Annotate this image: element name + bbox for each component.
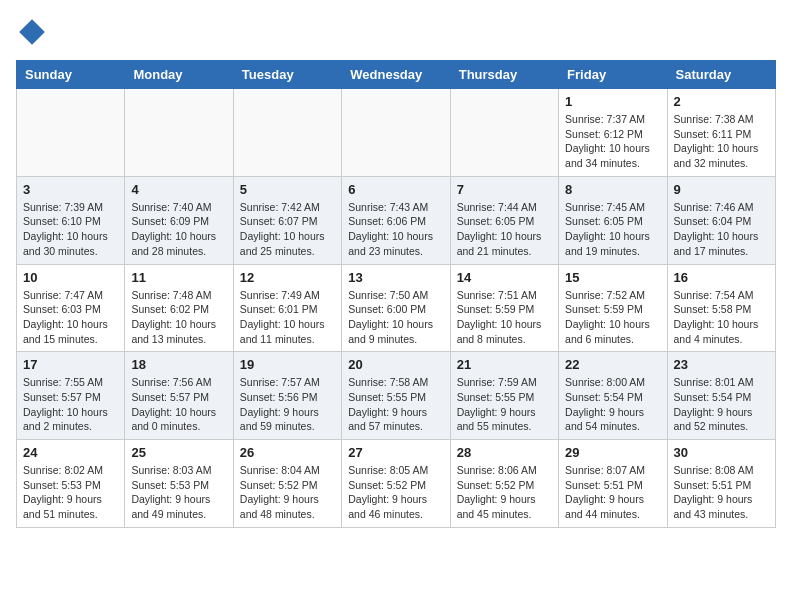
day-number: 11	[131, 270, 226, 285]
day-number: 14	[457, 270, 552, 285]
day-number: 9	[674, 182, 769, 197]
day-number: 30	[674, 445, 769, 460]
day-cell: 13Sunrise: 7:50 AM Sunset: 6:00 PM Dayli…	[342, 264, 450, 352]
day-number: 1	[565, 94, 660, 109]
day-info: Sunrise: 7:48 AM Sunset: 6:02 PM Dayligh…	[131, 288, 226, 347]
weekday-header-row: SundayMondayTuesdayWednesdayThursdayFrid…	[17, 61, 776, 89]
day-number: 25	[131, 445, 226, 460]
day-info: Sunrise: 7:57 AM Sunset: 5:56 PM Dayligh…	[240, 375, 335, 434]
week-row-2: 3Sunrise: 7:39 AM Sunset: 6:10 PM Daylig…	[17, 176, 776, 264]
day-number: 21	[457, 357, 552, 372]
day-info: Sunrise: 7:40 AM Sunset: 6:09 PM Dayligh…	[131, 200, 226, 259]
day-number: 12	[240, 270, 335, 285]
logo-icon	[16, 16, 48, 48]
week-row-3: 10Sunrise: 7:47 AM Sunset: 6:03 PM Dayli…	[17, 264, 776, 352]
day-info: Sunrise: 7:55 AM Sunset: 5:57 PM Dayligh…	[23, 375, 118, 434]
day-number: 16	[674, 270, 769, 285]
day-cell: 17Sunrise: 7:55 AM Sunset: 5:57 PM Dayli…	[17, 352, 125, 440]
day-cell: 30Sunrise: 8:08 AM Sunset: 5:51 PM Dayli…	[667, 440, 775, 528]
day-cell: 29Sunrise: 8:07 AM Sunset: 5:51 PM Dayli…	[559, 440, 667, 528]
day-cell: 11Sunrise: 7:48 AM Sunset: 6:02 PM Dayli…	[125, 264, 233, 352]
day-info: Sunrise: 7:47 AM Sunset: 6:03 PM Dayligh…	[23, 288, 118, 347]
day-number: 23	[674, 357, 769, 372]
day-cell: 14Sunrise: 7:51 AM Sunset: 5:59 PM Dayli…	[450, 264, 558, 352]
day-cell: 9Sunrise: 7:46 AM Sunset: 6:04 PM Daylig…	[667, 176, 775, 264]
day-info: Sunrise: 7:54 AM Sunset: 5:58 PM Dayligh…	[674, 288, 769, 347]
day-cell: 7Sunrise: 7:44 AM Sunset: 6:05 PM Daylig…	[450, 176, 558, 264]
day-number: 22	[565, 357, 660, 372]
day-info: Sunrise: 7:42 AM Sunset: 6:07 PM Dayligh…	[240, 200, 335, 259]
day-cell: 3Sunrise: 7:39 AM Sunset: 6:10 PM Daylig…	[17, 176, 125, 264]
day-number: 18	[131, 357, 226, 372]
day-info: Sunrise: 8:07 AM Sunset: 5:51 PM Dayligh…	[565, 463, 660, 522]
day-cell: 19Sunrise: 7:57 AM Sunset: 5:56 PM Dayli…	[233, 352, 341, 440]
day-info: Sunrise: 7:49 AM Sunset: 6:01 PM Dayligh…	[240, 288, 335, 347]
day-cell: 12Sunrise: 7:49 AM Sunset: 6:01 PM Dayli…	[233, 264, 341, 352]
day-number: 15	[565, 270, 660, 285]
day-info: Sunrise: 8:05 AM Sunset: 5:52 PM Dayligh…	[348, 463, 443, 522]
weekday-header-sunday: Sunday	[17, 61, 125, 89]
page-header	[16, 16, 776, 48]
day-number: 2	[674, 94, 769, 109]
day-info: Sunrise: 8:06 AM Sunset: 5:52 PM Dayligh…	[457, 463, 552, 522]
weekday-header-saturday: Saturday	[667, 61, 775, 89]
day-cell: 26Sunrise: 8:04 AM Sunset: 5:52 PM Dayli…	[233, 440, 341, 528]
day-number: 29	[565, 445, 660, 460]
day-cell: 18Sunrise: 7:56 AM Sunset: 5:57 PM Dayli…	[125, 352, 233, 440]
day-cell: 28Sunrise: 8:06 AM Sunset: 5:52 PM Dayli…	[450, 440, 558, 528]
day-cell: 2Sunrise: 7:38 AM Sunset: 6:11 PM Daylig…	[667, 89, 775, 177]
day-number: 24	[23, 445, 118, 460]
day-number: 6	[348, 182, 443, 197]
day-info: Sunrise: 7:50 AM Sunset: 6:00 PM Dayligh…	[348, 288, 443, 347]
day-info: Sunrise: 7:51 AM Sunset: 5:59 PM Dayligh…	[457, 288, 552, 347]
weekday-header-tuesday: Tuesday	[233, 61, 341, 89]
day-cell	[17, 89, 125, 177]
day-cell: 15Sunrise: 7:52 AM Sunset: 5:59 PM Dayli…	[559, 264, 667, 352]
svg-marker-0	[19, 19, 45, 45]
day-cell: 16Sunrise: 7:54 AM Sunset: 5:58 PM Dayli…	[667, 264, 775, 352]
day-number: 27	[348, 445, 443, 460]
day-info: Sunrise: 8:01 AM Sunset: 5:54 PM Dayligh…	[674, 375, 769, 434]
day-cell: 4Sunrise: 7:40 AM Sunset: 6:09 PM Daylig…	[125, 176, 233, 264]
day-info: Sunrise: 7:38 AM Sunset: 6:11 PM Dayligh…	[674, 112, 769, 171]
day-cell: 1Sunrise: 7:37 AM Sunset: 6:12 PM Daylig…	[559, 89, 667, 177]
day-info: Sunrise: 7:43 AM Sunset: 6:06 PM Dayligh…	[348, 200, 443, 259]
day-info: Sunrise: 8:00 AM Sunset: 5:54 PM Dayligh…	[565, 375, 660, 434]
day-cell: 22Sunrise: 8:00 AM Sunset: 5:54 PM Dayli…	[559, 352, 667, 440]
day-number: 20	[348, 357, 443, 372]
day-info: Sunrise: 7:39 AM Sunset: 6:10 PM Dayligh…	[23, 200, 118, 259]
day-info: Sunrise: 7:44 AM Sunset: 6:05 PM Dayligh…	[457, 200, 552, 259]
day-number: 19	[240, 357, 335, 372]
day-info: Sunrise: 8:03 AM Sunset: 5:53 PM Dayligh…	[131, 463, 226, 522]
logo	[16, 16, 52, 48]
day-info: Sunrise: 7:58 AM Sunset: 5:55 PM Dayligh…	[348, 375, 443, 434]
day-cell: 10Sunrise: 7:47 AM Sunset: 6:03 PM Dayli…	[17, 264, 125, 352]
day-cell	[342, 89, 450, 177]
weekday-header-wednesday: Wednesday	[342, 61, 450, 89]
day-cell: 5Sunrise: 7:42 AM Sunset: 6:07 PM Daylig…	[233, 176, 341, 264]
day-cell	[233, 89, 341, 177]
week-row-4: 17Sunrise: 7:55 AM Sunset: 5:57 PM Dayli…	[17, 352, 776, 440]
day-number: 13	[348, 270, 443, 285]
day-cell: 25Sunrise: 8:03 AM Sunset: 5:53 PM Dayli…	[125, 440, 233, 528]
day-info: Sunrise: 7:59 AM Sunset: 5:55 PM Dayligh…	[457, 375, 552, 434]
weekday-header-friday: Friday	[559, 61, 667, 89]
day-cell: 27Sunrise: 8:05 AM Sunset: 5:52 PM Dayli…	[342, 440, 450, 528]
day-number: 17	[23, 357, 118, 372]
day-number: 3	[23, 182, 118, 197]
day-cell: 20Sunrise: 7:58 AM Sunset: 5:55 PM Dayli…	[342, 352, 450, 440]
calendar-table: SundayMondayTuesdayWednesdayThursdayFrid…	[16, 60, 776, 528]
weekday-header-monday: Monday	[125, 61, 233, 89]
week-row-5: 24Sunrise: 8:02 AM Sunset: 5:53 PM Dayli…	[17, 440, 776, 528]
week-row-1: 1Sunrise: 7:37 AM Sunset: 6:12 PM Daylig…	[17, 89, 776, 177]
day-number: 28	[457, 445, 552, 460]
day-cell: 21Sunrise: 7:59 AM Sunset: 5:55 PM Dayli…	[450, 352, 558, 440]
day-info: Sunrise: 7:56 AM Sunset: 5:57 PM Dayligh…	[131, 375, 226, 434]
day-cell: 8Sunrise: 7:45 AM Sunset: 6:05 PM Daylig…	[559, 176, 667, 264]
day-info: Sunrise: 7:37 AM Sunset: 6:12 PM Dayligh…	[565, 112, 660, 171]
day-number: 5	[240, 182, 335, 197]
day-info: Sunrise: 7:52 AM Sunset: 5:59 PM Dayligh…	[565, 288, 660, 347]
day-info: Sunrise: 7:46 AM Sunset: 6:04 PM Dayligh…	[674, 200, 769, 259]
weekday-header-thursday: Thursday	[450, 61, 558, 89]
day-number: 4	[131, 182, 226, 197]
